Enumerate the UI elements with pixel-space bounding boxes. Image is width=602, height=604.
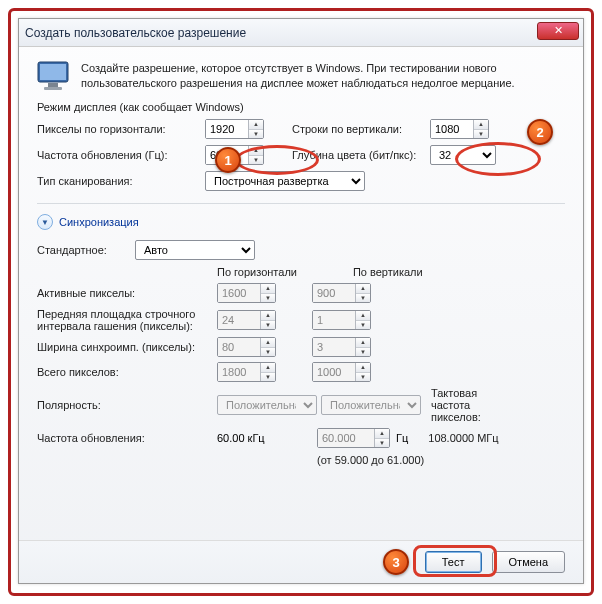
v-lines-spinner[interactable]: ▲▼ xyxy=(430,119,489,139)
total-label: Всего пикселов: xyxy=(37,366,217,378)
std-select[interactable]: Авто xyxy=(135,240,255,260)
sync-title: Синхронизация xyxy=(59,216,139,228)
porch-h-spinner: ▲▼ xyxy=(217,310,276,330)
scan-label: Тип сканирования: xyxy=(37,175,197,187)
col-h-header: По горизонтали xyxy=(217,266,297,278)
refresh-range: (от 59.000 до 61.000) xyxy=(317,454,565,466)
depth-label: Глубина цвета (бит/пкс): xyxy=(292,149,422,161)
chevron-down-icon: ▼ xyxy=(37,214,53,230)
depth-select[interactable]: 32 xyxy=(430,145,496,165)
polarity-v-select: Положительная xyxy=(321,395,421,415)
pclk-label: Тактовая частота пикселов: xyxy=(431,387,501,423)
active-v-spinner: ▲▼ xyxy=(312,283,371,303)
spin-down-icon[interactable]: ▼ xyxy=(249,129,263,139)
porch-v-spinner: ▲▼ xyxy=(312,310,371,330)
width-v-spinner: ▲▼ xyxy=(312,337,371,357)
v-lines-label: Строки по вертикали: xyxy=(292,123,422,135)
cancel-button[interactable]: Отмена xyxy=(492,551,565,573)
active-label: Активные пикселы: xyxy=(37,287,217,299)
titlebar: Создать пользовательское разрешение ✕ xyxy=(19,19,583,47)
hz-unit: Гц xyxy=(396,432,408,444)
h-pixels-input[interactable] xyxy=(206,120,248,138)
refresh-khz: 60.00 кГц xyxy=(217,432,277,444)
refresh2-label: Частота обновления: xyxy=(37,432,217,444)
width-h-spinner: ▲▼ xyxy=(217,337,276,357)
refresh-spinner[interactable]: ▲▼ xyxy=(205,145,264,165)
intro-text: Создайте разрешение, которое отсутствует… xyxy=(81,61,565,91)
svg-rect-3 xyxy=(44,87,62,90)
spin-up-icon[interactable]: ▲ xyxy=(249,120,263,129)
polarity-label: Полярность: xyxy=(37,399,217,411)
width-label: Ширина синхроимп. (пикселы): xyxy=(37,341,217,353)
dialog-window: Создать пользовательское разрешение ✕ Со… xyxy=(18,18,584,584)
window-title: Создать пользовательское разрешение xyxy=(25,26,246,40)
refresh-hz-spinner: ▲▼ xyxy=(317,428,390,448)
svg-rect-2 xyxy=(48,83,58,87)
total-v-spinner: ▲▼ xyxy=(312,362,371,382)
porch-label: Передняя площадка строчного интервала га… xyxy=(37,308,217,332)
h-pixels-label: Пикселы по горизонтали: xyxy=(37,123,197,135)
polarity-h-select: Положительная xyxy=(217,395,317,415)
refresh-label: Частота обновления (Гц): xyxy=(37,149,197,161)
pclk-value: 108.0000 МГц xyxy=(428,432,498,444)
mode-group-label: Режим дисплея (как сообщает Windows) xyxy=(37,101,565,113)
close-button[interactable]: ✕ xyxy=(537,22,579,40)
sync-expander[interactable]: ▼ Синхронизация xyxy=(37,214,565,230)
active-h-spinner: ▲▼ xyxy=(217,283,276,303)
h-pixels-spinner[interactable]: ▲▼ xyxy=(205,119,264,139)
svg-rect-1 xyxy=(40,64,66,80)
v-lines-input[interactable] xyxy=(431,120,473,138)
monitor-icon xyxy=(37,61,71,91)
std-label: Стандартное: xyxy=(37,244,127,256)
col-v-header: По вертикали xyxy=(353,266,423,278)
scan-select[interactable]: Построчная развертка xyxy=(205,171,365,191)
test-button[interactable]: Тест xyxy=(425,551,482,573)
total-h-spinner: ▲▼ xyxy=(217,362,276,382)
